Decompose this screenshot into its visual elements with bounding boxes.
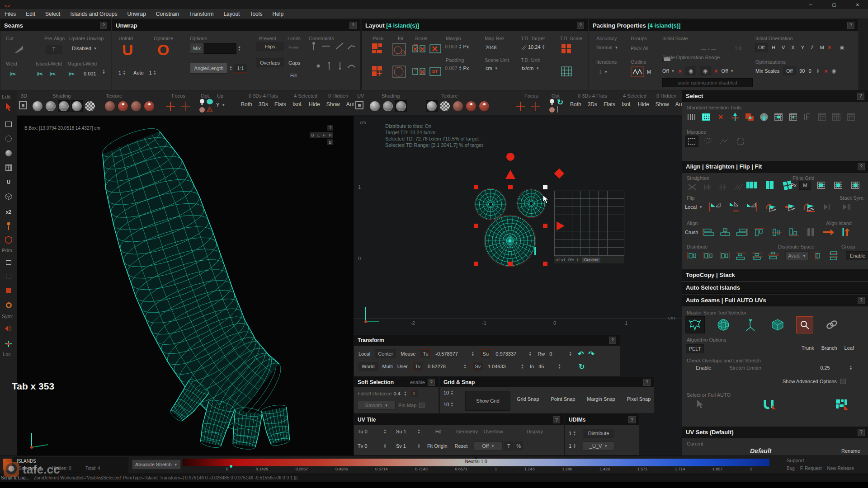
constraint-pin2-icon[interactable] <box>325 61 334 71</box>
rotate-arrow-button[interactable]: ↻ <box>579 362 585 371</box>
straighten-h-icon[interactable] <box>700 182 715 192</box>
mix-scales-eye-icon[interactable]: ◉ <box>831 68 836 74</box>
pre-align-t-button[interactable]: T <box>46 45 62 54</box>
orientation-letter-button[interactable]: V <box>782 45 785 50</box>
straighten-diag-icon[interactable] <box>731 182 745 192</box>
pack-all-button[interactable]: Pack All <box>631 46 648 51</box>
visibility-button[interactable]: Show <box>652 101 672 108</box>
outline-icon[interactable] <box>631 66 644 77</box>
grid-x-value[interactable]: 10 <box>443 390 449 395</box>
rw-stepper[interactable]: ▲▼ <box>569 351 572 357</box>
udim-count1-stepper[interactable]: ▲▼ <box>573 431 576 436</box>
transform-help-button[interactable]: ? <box>609 337 616 344</box>
scene-unit-dropdown[interactable]: cm▼ <box>486 66 498 71</box>
menu-item[interactable]: Help <box>272 11 283 17</box>
mix-scales-stepper[interactable]: ▲▼ <box>816 68 820 74</box>
focus-selected-3d[interactable] <box>165 100 176 112</box>
select-orb-tool[interactable] <box>757 111 771 123</box>
seams-help-button[interactable]: ? <box>100 22 107 29</box>
seam-box-tool[interactable] <box>769 316 786 333</box>
su-value[interactable]: 0.973337 <box>495 351 523 357</box>
flip-rot1-button[interactable] <box>764 202 778 212</box>
island-weld-scissors-icon[interactable]: ✂ <box>37 69 43 79</box>
select-overlap-tool[interactable] <box>743 111 756 123</box>
minimize-button[interactable]: ─ <box>800 0 821 9</box>
wire-pyramid-icon-3d[interactable] <box>206 106 213 113</box>
sync-icon-uv[interactable]: ↻ <box>557 98 563 107</box>
optimize-button[interactable]: O <box>157 41 169 59</box>
texture-sph1-uv[interactable] <box>426 100 438 112</box>
maximize-button[interactable]: ▢ <box>824 0 844 9</box>
orientation-letter-button[interactable]: X <box>791 45 794 50</box>
orientation-letter-button[interactable]: Z <box>811 45 814 50</box>
dist-space-h-button[interactable] <box>811 250 825 261</box>
align-bottom-button[interactable] <box>787 227 801 238</box>
focus-selected-uv[interactable] <box>514 100 526 112</box>
auto-unwrap-button[interactable] <box>763 399 776 410</box>
shading-checker-3d[interactable] <box>84 100 96 112</box>
free-label[interactable]: Free <box>288 45 299 50</box>
select-grid-tool[interactable] <box>699 111 713 123</box>
udim-distribute-button[interactable]: Distribute <box>583 429 614 438</box>
menu-item[interactable]: Constrain <box>156 11 179 17</box>
flips-button[interactable]: Flips <box>256 42 284 51</box>
menu-item[interactable]: Transform <box>189 11 213 17</box>
marquee-circle-mode[interactable] <box>734 136 747 147</box>
shading-solid-3d[interactable] <box>32 100 43 112</box>
display-t-button[interactable]: T <box>505 441 513 450</box>
scale-opt-max-eye-icon[interactable]: ◉ <box>700 66 711 75</box>
grid-y-value[interactable]: 10 <box>443 402 449 407</box>
constraint-bent-icon[interactable] <box>346 41 355 51</box>
overflow-dropdown[interactable]: Off▼ <box>474 441 503 450</box>
select-expand-tool[interactable] <box>728 111 742 123</box>
rename-button[interactable]: Rename <box>841 448 860 454</box>
transform-mouse-button[interactable]: Mouse <box>401 351 415 357</box>
visibility-button[interactable]: Hide <box>635 101 652 108</box>
visibility-button[interactable]: Flats <box>600 101 618 108</box>
td-target-value[interactable]: 10.24 <box>528 44 541 50</box>
seam-pelt-tool[interactable] <box>685 316 705 333</box>
padding-unit[interactable]: Px <box>463 66 469 71</box>
focus-all-uv[interactable] <box>530 100 542 112</box>
viewcube-right[interactable]: R <box>327 132 333 138</box>
falloff-s-button[interactable]: S <box>410 390 418 397</box>
transform-user-button[interactable]: User <box>397 364 408 369</box>
menu-item[interactable]: Select <box>45 11 60 17</box>
uv-sets-help-button[interactable]: ? <box>858 429 865 436</box>
tile-tu-stepper[interactable]: ▲▼ <box>383 429 387 434</box>
fit-grid-1-button[interactable] <box>814 180 828 191</box>
scale-opt-max-clear-icon[interactable]: × <box>714 68 718 75</box>
marquee-rect-tool[interactable] <box>0 118 17 130</box>
mix-scales-off-button[interactable]: Off <box>783 66 796 75</box>
uv-tile-help-button[interactable]: ? <box>553 416 560 423</box>
margin-unit[interactable]: Px <box>463 44 469 49</box>
tbl-button[interactable]: Leaf <box>844 345 854 351</box>
select-bars-tool[interactable] <box>685 111 698 123</box>
tile-sv[interactable]: Sv 1 <box>396 443 414 449</box>
snap-button[interactable]: Pixel Snap <box>627 396 651 402</box>
tv-stepper[interactable]: ▲▼ <box>463 364 467 369</box>
marquee-polygon-mode[interactable] <box>717 136 731 147</box>
select-grid-center-tool[interactable] <box>772 111 785 123</box>
seam-texture-tool[interactable] <box>796 316 813 333</box>
flip-h2-button[interactable] <box>745 202 760 212</box>
grid-snap-help-button[interactable]: ? <box>643 379 651 386</box>
scale-opt-min-eye-icon[interactable]: ◉ <box>685 66 696 75</box>
undo-arrow-button[interactable]: ↶ <box>578 350 584 358</box>
straighten-grid2-button[interactable] <box>763 180 777 191</box>
udim-count2-stepper[interactable]: ▲▼ <box>573 443 576 449</box>
texture-sph2-uv[interactable] <box>439 100 451 112</box>
matcap-icon-uv[interactable] <box>549 107 555 113</box>
select-cursor-tool[interactable] <box>0 101 17 113</box>
support-link[interactable]: Bug <box>787 466 795 471</box>
scale-td3-button[interactable]: DT <box>429 66 442 77</box>
grid-y-stepper[interactable]: ▲▼ <box>450 402 453 407</box>
su-stepper[interactable]: ▲▼ <box>528 351 532 357</box>
tbl-button[interactable]: Trunk <box>802 345 814 351</box>
transform-center-button[interactable]: Center <box>375 349 396 358</box>
margin-stepper[interactable]: ▲▼ <box>459 44 462 49</box>
lasso-tool[interactable] <box>0 133 17 145</box>
select-gridC-tool[interactable] <box>844 111 858 123</box>
align-centerv-button[interactable] <box>718 227 732 238</box>
seam-tree-tool[interactable] <box>742 316 759 333</box>
